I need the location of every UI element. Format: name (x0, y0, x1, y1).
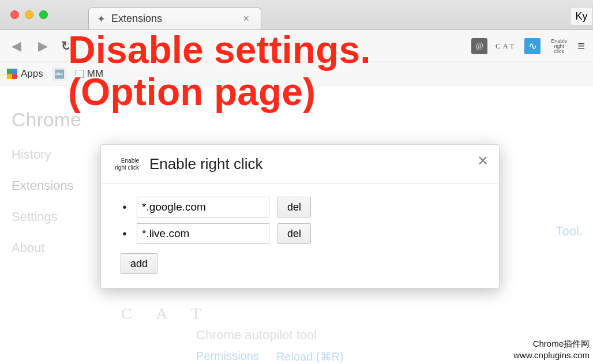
bookmark-icon: 🔤 (52, 67, 66, 81)
close-window-icon[interactable] (10, 10, 19, 19)
extension-enable-right-click-icon[interactable]: Enable right click (551, 38, 567, 54)
profile-label: Ky (575, 10, 587, 22)
window-controls (10, 0, 88, 29)
bullet-icon: • (121, 227, 129, 241)
dialog-logo-icon: Enable right click (112, 157, 139, 171)
extension-at-icon[interactable]: @ (471, 38, 487, 54)
extension-cat-icon[interactable]: CAT (498, 38, 514, 54)
bookmark-label: MM (87, 68, 103, 80)
tabstrip: ✦ Extensions × Ky (0, 0, 593, 30)
puzzle-icon: ✦ (97, 13, 106, 25)
add-button[interactable]: add (121, 253, 157, 274)
menu-button[interactable]: ≡ (577, 39, 585, 54)
dialog-header: Enable right click Enable right click ✕ (101, 145, 499, 183)
pattern-input[interactable] (137, 223, 269, 244)
options-dialog: Enable right click Enable right click ✕ … (100, 144, 500, 288)
pattern-row: • del (121, 223, 479, 244)
tab-title: Extensions (111, 13, 234, 25)
apps-label: Apps (21, 68, 43, 80)
bullet-icon: • (121, 201, 129, 214)
dialog-body: • del • del add (101, 184, 499, 288)
pattern-row: • del (121, 197, 479, 217)
minimize-window-icon[interactable] (25, 10, 33, 19)
bookmarks-bar: Apps 🔤 MM (0, 62, 593, 85)
tab-close-icon[interactable]: × (239, 13, 253, 25)
apps-icon (7, 69, 17, 79)
browser-tab[interactable]: ✦ Extensions × (88, 7, 261, 29)
pattern-input[interactable] (137, 197, 269, 217)
bookmark-item[interactable]: 🔤 (52, 67, 66, 81)
checkbox-icon (76, 70, 84, 78)
forward-button[interactable]: ▶ (35, 39, 51, 54)
profile-button[interactable]: Ky (570, 7, 593, 25)
page-content: Chrome History Extensions Settings About… (0, 85, 593, 364)
extension-wave-icon[interactable]: ∿ (524, 38, 541, 54)
delete-button[interactable]: del (277, 197, 311, 217)
reload-button[interactable]: ↻ (61, 39, 72, 54)
toolbar: ◀ ▶ ↻ @ CAT ∿ Enable right click ≡ (0, 30, 593, 62)
bookmark-item[interactable]: MM (76, 68, 103, 80)
dialog-close-button[interactable]: ✕ (477, 153, 489, 169)
back-button[interactable]: ◀ (8, 39, 24, 54)
maximize-window-icon[interactable] (39, 10, 48, 19)
apps-bookmark[interactable]: Apps (7, 68, 43, 80)
dialog-title: Enable right click (149, 155, 263, 173)
delete-button[interactable]: del (277, 223, 311, 244)
